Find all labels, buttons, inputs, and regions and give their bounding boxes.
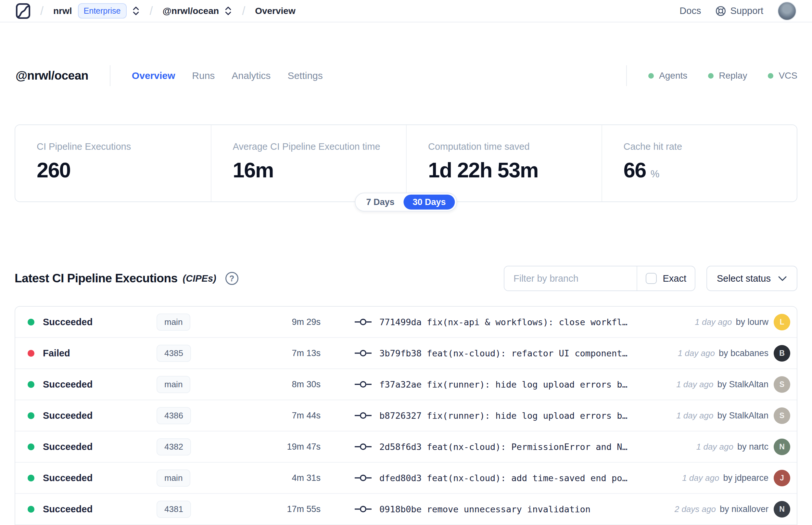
branch-filter-input[interactable]: [504, 266, 637, 290]
tab-analytics[interactable]: Analytics: [232, 70, 271, 81]
stat-card-ci-pipeline-executions: CI Pipeline Executions 260: [15, 125, 211, 201]
breadcrumb-page: Overview: [255, 6, 295, 16]
nx-cloud-logo-icon[interactable]: [16, 3, 31, 19]
date-range-toggle: 7 Days 30 Days: [355, 193, 457, 211]
enterprise-badge[interactable]: Enterprise: [78, 3, 127, 18]
status-replay[interactable]: Replay: [708, 71, 747, 81]
table-row[interactable]: Succeeded 4381 17m 55s 0918b0be remove u…: [15, 494, 797, 525]
status-cell: Succeeded: [28, 410, 156, 421]
support-link[interactable]: Support: [715, 5, 763, 17]
status-label: Succeeded: [43, 504, 93, 515]
top-navbar: / nrwl Enterprise / @nrwl/ocean / Overvi…: [0, 0, 812, 22]
cipe-table-body: Succeeded main 9m 29s 771499da fix(nx-ap…: [15, 307, 797, 525]
duration-value: 9m 29s: [254, 317, 321, 327]
status-agents[interactable]: Agents: [648, 71, 687, 81]
branch-badge[interactable]: main: [156, 314, 190, 331]
git-commit-icon: [355, 442, 371, 451]
breadcrumb-separator: /: [242, 4, 245, 18]
table-row[interactable]: Succeeded 4386 7m 44s b8726327 fix(runne…: [15, 400, 797, 432]
table-row[interactable]: Failed 4385 7m 13s 3b79fb38 feat(nx-clou…: [15, 338, 797, 369]
commit-time: 1 day ago: [695, 317, 732, 327]
chevron-down-icon: [778, 276, 787, 281]
feature-status-group: Agents Replay VCS: [626, 65, 797, 86]
cipes-subtitle: (CIPEs): [183, 273, 216, 284]
commit-line[interactable]: dfed80d3 feat(nx-cloud): add time-saved …: [379, 473, 628, 483]
commit-cell: b8726327 fix(runner): hide log upload er…: [355, 411, 667, 421]
commit-line[interactable]: 771499da fix(nx-api & workflows): close …: [379, 317, 628, 327]
commit-message: remove unnecessary invalidation: [427, 504, 591, 514]
workspace-header: @nrwl/ocean Overview Runs Analytics Sett…: [16, 64, 797, 88]
nx-cloud-overview-page: / nrwl Enterprise / @nrwl/ocean / Overvi…: [0, 0, 812, 525]
status-group-divider: [626, 65, 627, 86]
tab-settings[interactable]: Settings: [288, 70, 323, 81]
branch-badge[interactable]: main: [156, 469, 190, 487]
commit-hash: dfed80d3: [379, 473, 422, 483]
commit-time: 2 days ago: [675, 504, 716, 514]
branch-cell: 4385: [156, 345, 254, 362]
branch-badge[interactable]: 4386: [156, 407, 191, 424]
branch-badge[interactable]: 4381: [156, 501, 191, 518]
commit-author: by bcabanes: [719, 348, 768, 358]
status-replay-label: Replay: [719, 71, 747, 81]
status-vcs[interactable]: VCS: [768, 71, 797, 81]
meta-cell: 1 day ago by bcabanes B: [668, 345, 790, 362]
commit-line[interactable]: 2d58f6d3 feat(nx-cloud): PermissionError…: [379, 442, 628, 452]
table-row[interactable]: Succeeded main 4m 31s dfed80d3 feat(nx-c…: [15, 463, 797, 494]
commit-hash: 3b79fb38: [379, 348, 422, 358]
tab-runs[interactable]: Runs: [192, 70, 215, 81]
git-commit-icon: [355, 380, 371, 389]
git-commit-icon: [355, 505, 371, 514]
commit-line[interactable]: 3b79fb38 feat(nx-cloud): refactor UI com…: [379, 348, 628, 358]
commit-hash: 2d58f6d3: [379, 442, 422, 452]
branch-badge[interactable]: 4385: [156, 345, 191, 362]
table-row[interactable]: Succeeded 4382 19m 47s 2d58f6d3 feat(nx-…: [15, 432, 797, 463]
workspace-switcher-chevrons-icon[interactable]: [224, 6, 232, 16]
breadcrumb-workspace[interactable]: @nrwl/ocean: [163, 6, 219, 16]
commit-time: 1 day ago: [696, 442, 733, 452]
status-select-dropdown[interactable]: Select status: [706, 266, 797, 291]
green-dot-icon: [708, 73, 714, 79]
docs-link[interactable]: Docs: [679, 5, 701, 16]
support-label: Support: [730, 5, 763, 16]
branch-badge[interactable]: main: [156, 376, 190, 393]
author-avatar: N: [774, 439, 790, 455]
commit-line[interactable]: 0918b0be remove unnecessary invalidation: [379, 504, 591, 514]
breadcrumb-separator: /: [40, 4, 44, 18]
duration-value: 17m 55s: [254, 504, 321, 514]
commit-author: by StalkAltan: [717, 379, 768, 390]
status-cell: Succeeded: [28, 317, 156, 328]
navbar-right-group: Docs Support: [679, 2, 796, 20]
meta-cell: 2 days ago by nixallover N: [665, 501, 790, 518]
commit-message: feat(nx-cloud): refactor UI component…: [427, 348, 628, 358]
table-row[interactable]: Succeeded main 8m 30s f37a32ae fix(runne…: [15, 369, 797, 400]
duration-value: 7m 13s: [254, 348, 321, 358]
git-commit-icon: [355, 411, 371, 420]
branch-badge[interactable]: 4382: [156, 438, 191, 455]
range-option-7-days[interactable]: 7 Days: [357, 195, 403, 210]
green-dot-icon: [768, 73, 773, 79]
status-dot: [28, 350, 34, 357]
stats-cards: CI Pipeline Executions 260 Average CI Pi…: [15, 124, 797, 202]
stat-card-computation-time-saved: Computation time saved 1d 22h 53m: [406, 125, 601, 201]
commit-line[interactable]: b8726327 fix(runner): hide log upload er…: [379, 411, 628, 421]
commit-cell: f37a32ae fix(runner): hide log upload er…: [355, 379, 667, 390]
range-option-30-days[interactable]: 30 Days: [403, 195, 455, 210]
help-icon[interactable]: ?: [226, 272, 239, 285]
table-row[interactable]: Succeeded main 9m 29s 771499da fix(nx-ap…: [15, 307, 797, 338]
exact-checkbox[interactable]: [646, 273, 657, 284]
commit-line[interactable]: f37a32ae fix(runner): hide log upload er…: [379, 379, 628, 390]
meta-cell: 1 day ago by StalkAltan S: [667, 376, 790, 393]
tab-overview[interactable]: Overview: [132, 70, 175, 81]
commit-cell: dfed80d3 feat(nx-cloud): add time-saved …: [355, 473, 672, 483]
author-avatar: B: [774, 345, 790, 362]
git-commit-icon: [355, 473, 371, 482]
green-dot-icon: [648, 73, 654, 79]
status-vcs-label: VCS: [779, 71, 797, 81]
commit-message: fix(nx-api & workflows): close workfl…: [427, 317, 628, 327]
user-avatar[interactable]: [778, 2, 796, 20]
org-switcher-chevrons-icon[interactable]: [132, 6, 140, 16]
stat-value: 1d 22h 53m: [428, 158, 538, 182]
status-label: Succeeded: [43, 410, 93, 421]
breadcrumb-org[interactable]: nrwl: [53, 6, 72, 16]
exact-label[interactable]: Exact: [663, 273, 686, 284]
